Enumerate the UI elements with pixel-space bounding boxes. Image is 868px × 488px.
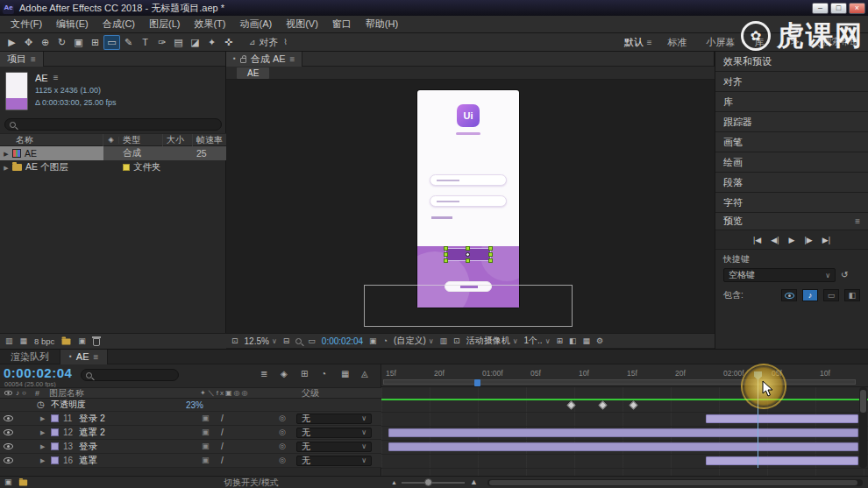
- timeline-zoom-slider[interactable]: [402, 482, 465, 484]
- interpret-footage-icon[interactable]: ▥: [5, 337, 13, 345]
- twirl-icon[interactable]: ▶: [40, 443, 45, 449]
- property-value[interactable]: 23%: [186, 400, 203, 410]
- rasterize-switch-icon[interactable]: /: [221, 456, 224, 465]
- menu-edit[interactable]: 编辑(E): [49, 18, 96, 31]
- viewer-tab-ae[interactable]: AE: [237, 67, 269, 79]
- parent-column[interactable]: 父级: [302, 387, 319, 400]
- quality-switch-icon[interactable]: ▣: [202, 442, 210, 450]
- include-video-toggle[interactable]: [781, 289, 797, 301]
- eye-icon[interactable]: [4, 457, 13, 463]
- camera-tool[interactable]: ▣: [70, 35, 87, 50]
- twirl-icon[interactable]: ▶: [0, 165, 12, 171]
- parent-select[interactable]: 无 ∨: [296, 428, 372, 438]
- always-preview-icon[interactable]: ⊡: [231, 337, 238, 345]
- pen-tool[interactable]: ✎: [120, 35, 137, 50]
- switches-column-icons[interactable]: ✦＼fx▣◎◎: [200, 388, 249, 398]
- project-row-folder[interactable]: ▶ AE 个图层 文件夹: [0, 160, 226, 174]
- col-name[interactable]: 名称: [0, 134, 103, 146]
- layer-name[interactable]: 遮罩 2: [79, 427, 105, 439]
- workspace-tab-small-screen[interactable]: 小屏幕: [707, 36, 736, 49]
- timeline-current-time[interactable]: 0:00:02:04: [4, 365, 72, 380]
- previous-frame-button[interactable]: ◀|: [771, 236, 779, 244]
- eye-icon[interactable]: [4, 415, 13, 421]
- lock-icon[interactable]: [240, 58, 246, 63]
- comp-panel-menu-icon[interactable]: ≡: [290, 54, 295, 64]
- timeline-panel-menu-icon[interactable]: ≡: [94, 352, 99, 362]
- first-frame-button[interactable]: |◀: [753, 236, 761, 244]
- parent-select[interactable]: 无 ∨: [296, 442, 372, 452]
- layer-row[interactable]: ▶ 11 登录 2 ▣ / ◎ 无 ∨: [0, 412, 381, 426]
- comp-settings-icon[interactable]: ⚙: [596, 337, 603, 345]
- eye-icon[interactable]: [4, 429, 13, 435]
- menu-view[interactable]: 视图(V): [279, 18, 325, 31]
- toggle-switches-hint[interactable]: 切换开关/模式: [224, 477, 279, 488]
- col-size[interactable]: 大小: [163, 134, 193, 146]
- col-framerate[interactable]: 帧速率: [193, 134, 223, 146]
- new-folder-icon[interactable]: [62, 338, 71, 344]
- frame-blend-icon[interactable]: ◔: [321, 370, 326, 378]
- keyframe[interactable]: [630, 401, 638, 410]
- region-of-interest-icon[interactable]: ▭: [308, 337, 316, 345]
- hand-tool[interactable]: ✥: [20, 35, 37, 50]
- shape-tool[interactable]: ▭: [103, 35, 120, 50]
- menu-effect[interactable]: 效果(T): [187, 18, 232, 31]
- panel-library[interactable]: 库: [715, 92, 868, 112]
- menu-layer[interactable]: 图层(L): [142, 18, 187, 31]
- panel-paint[interactable]: 绘画: [715, 152, 868, 173]
- layer-color-chip[interactable]: [51, 428, 59, 436]
- timeline-button-icon[interactable]: ▦: [583, 337, 591, 345]
- new-composition-icon[interactable]: ▣: [78, 337, 86, 345]
- layer-duration-bar[interactable]: [706, 414, 858, 423]
- view-layout-select[interactable]: 1个.. ∨: [524, 335, 551, 347]
- puppet-pin-tool[interactable]: ✜: [220, 35, 237, 50]
- include-layer-controls-toggle[interactable]: ◧: [844, 289, 860, 301]
- eye-icon[interactable]: [4, 443, 13, 449]
- stopwatch-icon[interactable]: ◷: [37, 400, 45, 409]
- comp-mini-flowchart-icon[interactable]: ≣: [260, 370, 267, 378]
- quality-switch-icon[interactable]: ▣: [202, 456, 210, 464]
- layer-color-chip[interactable]: [51, 414, 59, 422]
- rasterize-switch-icon[interactable]: /: [221, 428, 224, 437]
- layer-name-column[interactable]: 图层名称: [49, 387, 84, 400]
- col-type[interactable]: 类型: [119, 134, 163, 146]
- snap-icon[interactable]: ⊿: [249, 39, 256, 46]
- parent-pickwhip-icon[interactable]: ◎: [279, 442, 286, 450]
- minimize-button[interactable]: –: [812, 3, 829, 14]
- timeline-horizontal-scrollbar[interactable]: [487, 479, 863, 486]
- layer-duration-bar[interactable]: [388, 428, 858, 437]
- snapshot-icon[interactable]: ▣: [369, 337, 377, 345]
- scrollbar-thumb[interactable]: [860, 390, 866, 413]
- zoom-tool[interactable]: ⊕: [37, 35, 53, 50]
- keyframe[interactable]: [567, 401, 576, 410]
- layer-name[interactable]: 登录: [79, 441, 97, 453]
- parent-pickwhip-icon[interactable]: ◎: [279, 428, 286, 436]
- project-bit-depth[interactable]: 8 bpc: [34, 336, 54, 346]
- panel-brushes[interactable]: 画笔: [715, 132, 868, 152]
- draft-3d-icon[interactable]: ◈: [281, 370, 288, 378]
- selected-element[interactable]: [446, 249, 490, 260]
- menu-window[interactable]: 窗口: [325, 18, 359, 31]
- shortcut-select[interactable]: 空格键 ∨: [723, 268, 836, 282]
- twirl-icon[interactable]: ▶: [40, 429, 45, 435]
- solo-column-icon[interactable]: ○: [22, 390, 26, 397]
- parent-select[interactable]: 无 ∨: [296, 414, 372, 424]
- close-button[interactable]: ×: [849, 3, 865, 14]
- layer-row[interactable]: ▶ 16 遮罩 ▣ / ◎ 无 ∨: [0, 454, 381, 468]
- reset-icon[interactable]: ↺: [841, 271, 848, 279]
- hide-shy-layers-icon[interactable]: ⊞: [301, 370, 308, 378]
- layer-duration-bar[interactable]: [706, 456, 858, 465]
- layer-name[interactable]: 遮罩: [79, 455, 97, 467]
- layer-color-chip[interactable]: [51, 456, 59, 464]
- panel-paragraph[interactable]: 段落: [715, 173, 868, 193]
- parent-select[interactable]: 无 ∨: [296, 456, 372, 466]
- text-tool[interactable]: T: [137, 35, 153, 50]
- project-row-comp[interactable]: ▶ AE 合成 25: [0, 146, 226, 160]
- timeline-vertical-scrollbar[interactable]: [859, 387, 867, 468]
- panel-effects-presets[interactable]: 效果和预设: [715, 52, 868, 72]
- pan-behind-tool[interactable]: ⊞: [87, 35, 103, 50]
- footage-flyout-icon[interactable]: ≡: [53, 72, 59, 84]
- panel-tracker[interactable]: 跟踪器: [715, 112, 868, 132]
- rotation-tool[interactable]: ↻: [53, 35, 70, 50]
- clone-stamp-tool[interactable]: ▤: [170, 35, 187, 50]
- quality-switch-icon[interactable]: ▣: [202, 414, 210, 422]
